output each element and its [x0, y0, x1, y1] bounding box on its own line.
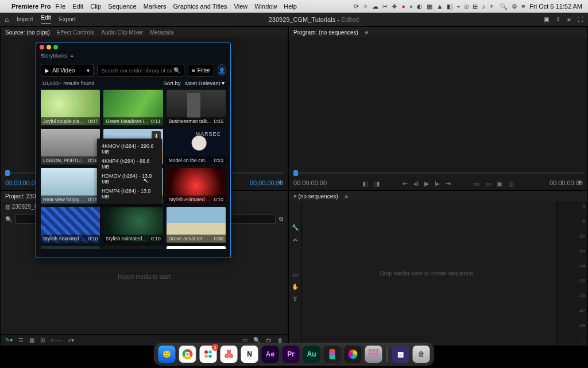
dock-after-effects[interactable]: Ae	[262, 346, 279, 363]
dock-chrome[interactable]	[179, 346, 196, 363]
dock-figma[interactable]	[324, 346, 341, 363]
program-tab[interactable]: Program: (no sequences)	[293, 29, 358, 36]
source-add-button[interactable]: ＋	[276, 177, 284, 187]
program-scrubber[interactable]	[293, 172, 583, 174]
filter-icon[interactable]: ⧉	[279, 216, 283, 223]
home-button[interactable]: ⌂	[5, 16, 9, 24]
workspace-menu-icon[interactable]: ≡	[567, 16, 571, 22]
menu-markers[interactable]: Markers	[144, 3, 167, 10]
video-icon: ▶	[45, 67, 49, 74]
menu-graphics-and-titles[interactable]: Graphics and Titles	[173, 3, 227, 10]
audio-clip-mixer-tab[interactable]: Audio Clip Mixer	[101, 29, 143, 36]
clip-thumbnail[interactable]: Drone aerial ret...0:30	[167, 207, 226, 243]
clip-thumbnail[interactable]: Stylish Animated ...0:10	[41, 207, 100, 243]
selection-tool-icon[interactable]: ▭	[292, 271, 297, 278]
menu-edit[interactable]: Edit	[72, 3, 83, 10]
clip-thumbnail[interactable]: Stylish Animated ...0:10	[167, 168, 226, 204]
dock-launchpad[interactable]	[365, 346, 382, 363]
clip-thumbnail[interactable]: Green Meadows i...0:11	[103, 90, 163, 125]
dock-asana[interactable]	[220, 346, 238, 363]
share-icon[interactable]: ⇪	[556, 16, 560, 22]
freeform-view-icon[interactable]: ⊞	[40, 337, 45, 343]
dock-finder[interactable]: 🙂	[158, 346, 176, 363]
step-fwd-icon[interactable]: Ⅰ▸	[435, 180, 440, 187]
effect-controls-tab[interactable]: Effect Controls	[57, 29, 94, 36]
export-frame-icon[interactable]: ▣	[497, 180, 502, 187]
fullscreen-icon[interactable]: ⛶	[578, 16, 583, 22]
close-icon[interactable]	[40, 45, 44, 49]
extract-icon[interactable]: ▭	[485, 180, 491, 187]
dock-slack[interactable]	[200, 346, 217, 363]
clip-thumbnail[interactable]: Rear view happy ...0:15	[41, 168, 100, 204]
download-option[interactable]: 4KMOV (h264) - 290.6 MB	[97, 141, 162, 156]
zoom-icon[interactable]	[53, 45, 58, 49]
clip-thumbnail[interactable]: Model on the cat...0:23	[167, 129, 226, 164]
storyblocks-search[interactable]: 🔍	[97, 64, 184, 76]
menu-help[interactable]: Help	[284, 3, 297, 10]
menu-file[interactable]: File	[55, 3, 65, 10]
list-view-icon[interactable]: ☰	[18, 337, 24, 343]
storyblocks-titlebar[interactable]	[36, 43, 230, 51]
source-tab[interactable]: Source: (no clips)	[5, 29, 50, 36]
clip-thumbnail[interactable]: iption option thaChatGPT ho	[167, 246, 226, 249]
download-option[interactable]: HDMOV (h264) - 13.9 MB	[97, 171, 162, 186]
go-to-out-icon[interactable]: ⇥	[446, 180, 451, 187]
quick-export-icon[interactable]: ▣	[544, 16, 549, 22]
media-type-dropdown[interactable]: ▶ All Video ▾	[41, 64, 94, 76]
storyblocks-search-input[interactable]	[101, 67, 173, 74]
workspace-export[interactable]: Export	[59, 16, 76, 22]
filter-button[interactable]: ≡ Filter	[188, 64, 214, 76]
macos-menubar: Premiere Pro FileEditClipSequenceMarkers…	[0, 0, 588, 13]
clip-thumbnail[interactable]: Joyful couple pla...0:07	[41, 90, 100, 125]
minimize-icon[interactable]	[47, 45, 51, 49]
mark-out-icon[interactable]: ◨	[374, 180, 380, 187]
comparison-view-icon[interactable]: ◫	[508, 180, 514, 187]
sliders-icon: ≡	[192, 67, 195, 74]
account-avatar[interactable]: 👤	[218, 64, 226, 76]
program-menu-icon[interactable]: ≡	[365, 29, 369, 36]
new-item-icon[interactable]: ✎▾	[5, 337, 13, 343]
step-back-icon[interactable]: ◂Ⅰ	[413, 180, 419, 187]
clip-duration: 0:15	[214, 118, 223, 124]
dock-premiere[interactable]: Pr	[283, 346, 300, 363]
play-icon[interactable]: ▶	[424, 180, 429, 187]
mark-in-icon[interactable]: ◧	[362, 180, 368, 187]
clip-thumbnail[interactable]: Stylish Animated ...0:10	[103, 207, 163, 243]
lift-icon[interactable]: ▭	[474, 180, 479, 187]
metadata-tab[interactable]: Metadata	[150, 29, 174, 36]
dock-audition[interactable]: Au	[303, 346, 320, 363]
settings-wrench-icon[interactable]: 🔧	[292, 224, 299, 231]
sort-icon[interactable]: ≡▾	[68, 337, 74, 343]
icon-view-icon[interactable]: ▦	[29, 337, 34, 343]
program-transport: ◧ ◨ ⇤ ◂Ⅰ ▶ Ⅰ▸ ⇥ ▭ ▭ ▣ ◫	[289, 180, 587, 187]
sort-dropdown[interactable]: Most Relevant ▾	[185, 80, 225, 86]
menu-window[interactable]: Window	[254, 3, 277, 10]
type-tool-icon[interactable]: T	[293, 296, 297, 302]
clip-thumbnail[interactable]	[103, 246, 163, 249]
timeline-tab[interactable]: × (no sequences)	[293, 193, 338, 200]
dock-resolve[interactable]	[345, 346, 362, 363]
go-to-in-icon[interactable]: ⇤	[403, 180, 408, 187]
program-add-button[interactable]: ＋	[576, 177, 584, 187]
menu-sequence[interactable]: Sequence	[108, 3, 137, 10]
clip-thumbnail[interactable]	[41, 246, 100, 249]
timeline-menu-icon[interactable]: ≡	[345, 193, 349, 200]
download-option[interactable]: HDMP4 (h264) - 13.9 MB	[97, 186, 162, 201]
clip-thumbnail[interactable]: LISBON, PORTU...0:16	[41, 129, 100, 164]
workspace-import[interactable]: Import	[17, 16, 33, 22]
download-option[interactable]: 4KMP4 (h264) - 66.6 MB	[97, 156, 162, 171]
premiere-app: ⌂ Import Edit Export 230929_CGM_Tutorial…	[0, 13, 588, 346]
zoom-slider[interactable]: ○──	[51, 337, 62, 343]
dock-trash[interactable]: 🗑	[413, 346, 430, 363]
dock-screenshot[interactable]: ▦	[392, 346, 409, 363]
storyblocks-tab[interactable]: Storyblocks	[41, 53, 68, 59]
hand-tool-icon[interactable]: ✋	[292, 283, 299, 290]
clip-thumbnail[interactable]: Businessman talk...0:15	[167, 90, 226, 125]
app-name[interactable]: Premiere Pro	[11, 3, 51, 10]
snap-icon[interactable]: ⫘	[292, 236, 298, 243]
workspace-edit[interactable]: Edit	[41, 14, 51, 24]
dock-notion[interactable]: N	[241, 346, 258, 363]
search-icon[interactable]: 🔍	[173, 67, 180, 74]
menu-clip[interactable]: Clip	[90, 3, 101, 10]
menu-view[interactable]: View	[234, 3, 248, 10]
